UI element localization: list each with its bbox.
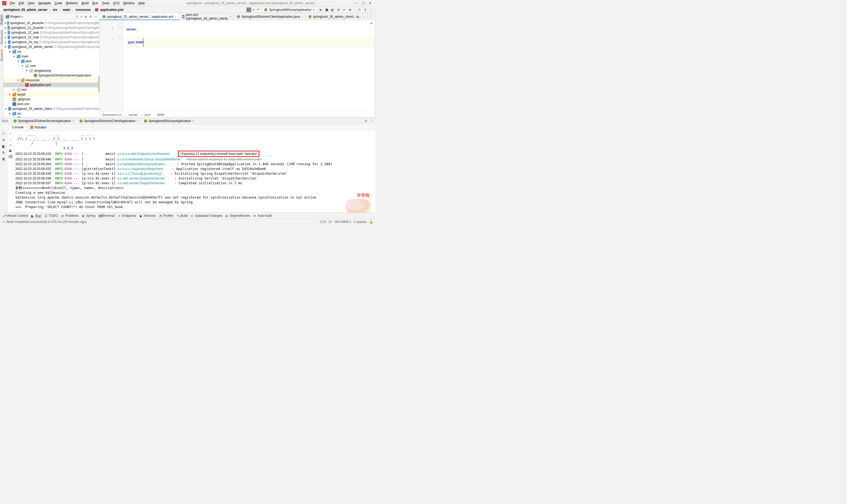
editor-body[interactable]: 1 2 – – server: port: 8080 ✔ [100,20,375,112]
editor-tab[interactable]: Springboot26AdminClientApplication.java× [234,13,306,20]
stop-button[interactable]: ■ [348,8,352,12]
tree-row[interactable]: src [3,49,100,54]
tree-arrow[interactable] [8,50,12,53]
down-icon[interactable]: ↓ [10,138,11,141]
layout-icon[interactable]: ◧ [2,144,6,148]
bottom-profiler[interactable]: ◔Profiler [159,214,173,218]
bottom-endpoints[interactable]: ↗Endpoints [118,214,136,218]
bc-item[interactable]: server: [129,113,139,117]
back-icon[interactable]: ↶ [256,8,260,12]
notifications-tool-button[interactable]: Notifications [375,46,375,64]
bottom-dependencies[interactable]: ⧉Dependencies [226,214,250,218]
tree-arrow[interactable] [13,55,16,58]
close-button[interactable]: ✕ [369,1,372,5]
menu-help[interactable]: Help [136,1,147,6]
bottom-auto-build[interactable]: ⟳Auto-build [253,214,272,218]
hide-run-icon[interactable]: — [370,119,373,123]
collapse-all-icon[interactable]: ≣ [85,15,87,19]
clear-icon[interactable]: ⌫ [8,155,13,159]
maximize-button[interactable]: ▢ [362,1,365,5]
dropdown-icon[interactable]: ▾ [253,8,254,12]
readonly-icon[interactable]: 🔒 [369,220,373,224]
tree-arrow[interactable] [25,69,28,73]
bc-item[interactable]: 8080 [157,113,164,117]
bookmarks-tool-button[interactable]: Bookmarks [0,29,3,45]
console-tab[interactable]: Console [8,124,27,130]
tree-arrow[interactable] [8,112,12,115]
minimize-button[interactable]: — [355,1,358,5]
menu-window[interactable]: Window [122,1,137,6]
crumb[interactable]: resources [74,7,92,12]
encoding[interactable]: ISO-8859-1 [335,220,351,224]
avatar-icon[interactable] [247,7,251,12]
tree-row[interactable]: target [3,92,100,97]
crumb[interactable]: springboot_25_admin_server [2,7,49,12]
tree-row[interactable]: springboot_20_jetcacheD:\DingJiaxiong\Id… [3,21,100,25]
tree-row[interactable]: springboot_26_admin_clientD:\DingJiaxion… [3,106,100,111]
tree-arrow[interactable] [13,116,16,118]
editor-tab[interactable]: springboot_26_admin_client\...\a...× [306,13,367,20]
tree-row[interactable]: java [3,59,100,64]
bottom-database-changes[interactable]: ≡Database Changes [191,214,222,218]
tree-row[interactable]: springboot_22_taskD:\DingJiaxiong\IdeaPr… [3,30,100,35]
project-tool-button[interactable]: Project [0,14,3,25]
expand-all-icon[interactable]: ≡ [80,15,82,19]
bottom-build[interactable]: 🔨Build [177,214,188,218]
tree-row[interactable]: resources [3,78,100,83]
tree-arrow[interactable] [4,40,7,44]
more-tabs-icon[interactable]: ⋮ [370,15,373,19]
tree-arrow[interactable] [4,35,6,39]
crumb[interactable]: src [52,7,58,12]
tree-row[interactable]: dingjiaxiong [3,68,100,73]
menu-view[interactable]: View [26,1,37,6]
tree-arrow[interactable] [17,78,20,82]
run-config-tab[interactable]: Springboot26AdminClientApplication× [77,118,141,124]
attach-button[interactable]: ▾ [342,8,346,12]
search-icon[interactable]: ⌕ [369,8,373,12]
close-icon[interactable]: × [72,119,74,123]
tree-row[interactable]: .gitignore [3,97,100,102]
crumb[interactable]: main [62,7,71,12]
tree-arrow[interactable] [21,64,24,68]
build-status-icon[interactable]: ▭ [2,220,5,224]
tree-arrow[interactable] [4,107,7,111]
inspection-ok-icon[interactable]: ✔ [370,21,373,25]
pin-icon[interactable]: ⎘ [2,150,6,155]
trash-icon[interactable]: 🗑 [2,157,6,161]
tree-row[interactable]: pom.xml [3,102,100,106]
bottom-services[interactable]: ◆Services [140,214,156,218]
coverage-button[interactable]: ◧ [330,8,335,12]
bottom-todo[interactable]: ☑TODO [44,214,58,218]
menu-file[interactable]: File [8,1,17,6]
menu-tools[interactable]: Tools [100,1,111,6]
run-settings-icon[interactable]: ⚙ [364,119,367,123]
print-icon[interactable]: 🖶 [9,149,12,153]
tree-row[interactable]: main [3,116,100,118]
debug-button[interactable]: 🐞 [325,8,329,12]
close-tab-icon[interactable]: × [363,15,364,18]
structure-tool-button[interactable]: Structure [0,49,3,62]
tree-row[interactable]: test [3,87,100,92]
vcs-commit-icon[interactable]: ⬆ [363,8,367,12]
tree-row[interactable]: springboot_21_j2cacheD:\DingJiaxiong\Ide… [3,25,100,30]
tree-arrow[interactable] [13,88,16,92]
bottom-spring[interactable]: ❀Spring [82,214,95,218]
cursor-position[interactable]: 2:13 [320,220,326,224]
fold-icon[interactable]: – [119,24,122,28]
menu-vcs[interactable]: VCS [111,1,122,6]
chevron-down-icon[interactable]: ▾ [21,15,23,19]
tree-arrow[interactable] [4,45,7,49]
editor-tab[interactable]: springboot_25_admin_server\...\applicati… [100,13,179,20]
tree-row[interactable]: main [3,54,100,59]
rerun-icon[interactable]: ↻ [2,131,6,136]
close-tab-icon[interactable]: × [301,15,303,18]
menu-code[interactable]: Code [53,1,64,6]
close-icon[interactable]: × [192,119,194,123]
vcs-update-icon[interactable]: ⟳ [357,8,362,12]
tree-arrow[interactable] [17,59,20,63]
project-title[interactable]: Project [10,15,20,19]
database-tool-button[interactable]: Database [375,28,375,43]
close-icon[interactable]: × [137,119,139,123]
tree-arrow[interactable] [4,21,6,25]
menu-edit[interactable]: Edit [17,1,26,6]
